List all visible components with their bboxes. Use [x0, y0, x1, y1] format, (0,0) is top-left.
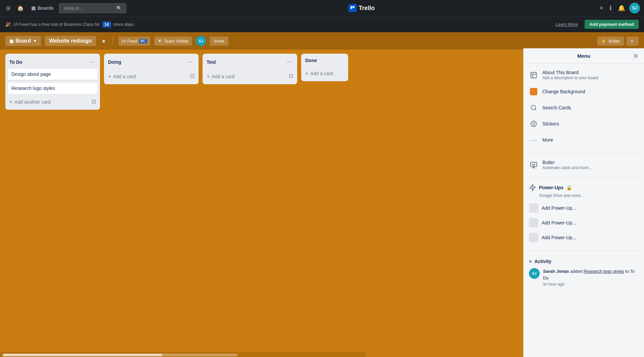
template-icon: ⊡: [289, 73, 293, 79]
about-text: About This Board Add a description to yo…: [542, 70, 639, 80]
card-design-about-page[interactable]: Design about page: [8, 69, 97, 80]
member-initials: SJ: [199, 39, 203, 43]
visibility-label: Team Visible: [164, 39, 189, 44]
activity-text-0: Sarah Jonas added Research logo styles t…: [543, 268, 639, 281]
trial-emoji: 🎉: [5, 22, 11, 27]
notifications-button[interactable]: 🔔: [616, 2, 627, 14]
template-icon: ⊡: [190, 73, 195, 79]
boards-nav-item[interactable]: ▦ Boards: [29, 4, 56, 12]
user-avatar-button[interactable]: SJ: [629, 3, 640, 13]
menu-toggle-button[interactable]: ≡: [627, 37, 639, 46]
list-menu-button-test[interactable]: ···: [284, 58, 293, 66]
horizontal-scrollbar[interactable]: [3, 354, 237, 356]
plus-icon: +: [108, 73, 111, 80]
menu-item-more[interactable]: ··· More: [524, 132, 644, 148]
menu-header: Menu ✕: [524, 48, 644, 64]
menu-item-change-background[interactable]: Change Background: [524, 84, 644, 100]
activity-user-0: Sarah Jonas: [543, 269, 569, 274]
search-cards-icon: [529, 103, 538, 112]
about-subtitle: Add a description to your board: [542, 75, 639, 80]
template-button-doing[interactable]: ⊡: [189, 71, 196, 81]
member-avatar[interactable]: SJ: [196, 36, 206, 46]
menu-item-about[interactable]: About This Board Add a description to yo…: [524, 66, 644, 84]
template-button-todo[interactable]: ⊡: [90, 97, 97, 106]
add-card-label: Add a card: [310, 71, 333, 76]
butler-label: Butler: [608, 39, 620, 44]
main-area: To Do ··· Design about page Research log…: [0, 50, 644, 357]
star-button[interactable]: ★: [100, 37, 107, 46]
add-card-button-test[interactable]: + Add a card: [205, 71, 287, 82]
workspace-button[interactable]: UI Feed BC: [118, 37, 150, 46]
home-button[interactable]: 🏠: [15, 3, 26, 13]
add-card-area-todo: + Add another card ⊡: [8, 96, 97, 107]
add-card-label: Add a card: [212, 74, 234, 79]
list-cards-todo: Design about page Research logo styles: [8, 69, 97, 94]
invite-button[interactable]: Invite: [210, 37, 228, 46]
menu-divider-3: [529, 250, 639, 251]
svg-point-9: [534, 123, 535, 123]
jump-to-input[interactable]: Jump to... 🔍: [59, 3, 126, 13]
add-button[interactable]: +: [597, 2, 605, 14]
grid-icon: ⊞: [6, 5, 10, 11]
add-powerup-label-2: Add Power-Up...: [542, 220, 576, 225]
butler-menu-icon: [529, 160, 538, 170]
board-prefix-label: Board: [15, 38, 31, 44]
add-card-button-done[interactable]: + Add a card: [304, 68, 345, 79]
menu-item-stickers[interactable]: Stickers: [524, 116, 644, 132]
more-title: More: [542, 137, 639, 143]
plus-icon: +: [9, 99, 12, 105]
about-icon: [529, 70, 538, 80]
search-cards-title: Search Cards: [542, 105, 639, 110]
board-area: To Do ··· Design about page Research log…: [0, 50, 366, 357]
add-payment-button[interactable]: Add payment method: [585, 20, 639, 29]
list-menu-button-doing[interactable]: ···: [185, 58, 195, 66]
list-menu-button-todo[interactable]: ···: [87, 58, 96, 66]
avatar-initials: SJ: [632, 6, 637, 10]
boards-icon: ▦: [31, 5, 36, 11]
trello-logo-svg: [350, 6, 355, 10]
stickers-text: Stickers: [542, 121, 639, 126]
card-text: Design about page: [11, 71, 51, 77]
about-title: About This Board: [542, 70, 639, 75]
trial-text-after: more days.: [113, 22, 135, 27]
more-text: More: [542, 137, 639, 143]
list-title-done: Done: [305, 58, 317, 63]
add-powerup-item-3[interactable]: Add Power-Up...: [529, 230, 639, 245]
add-card-button-doing[interactable]: + Add a card: [107, 71, 189, 82]
bell-icon: 🔔: [618, 4, 625, 12]
grid-menu-button[interactable]: ⊞: [4, 3, 12, 13]
add-powerup-item-1[interactable]: Add Power-Up...: [529, 201, 639, 215]
learn-more-link[interactable]: Learn More: [556, 22, 578, 27]
power-ups-title: Power-Ups: [539, 185, 564, 190]
svg-point-11: [532, 164, 533, 165]
activity-title: Activity: [534, 259, 551, 264]
butler-button[interactable]: ⚡ Butler: [597, 37, 624, 46]
trello-brand: Trello: [348, 4, 375, 12]
activity-avatar-initials: SJ: [532, 271, 536, 275]
list-todo: To Do ··· Design about page Research log…: [5, 54, 100, 110]
svg-point-8: [532, 123, 533, 123]
bc-badge: BC: [139, 39, 147, 43]
chevron-down-icon: ▼: [33, 39, 37, 43]
activity-content-0: Sarah Jonas added Research logo styles t…: [543, 268, 639, 287]
menu-panel: Menu ✕ About This Board Add a descriptio…: [523, 48, 644, 357]
trello-wordmark: Trello: [359, 5, 375, 12]
menu-divider-1: [529, 153, 639, 154]
add-card-button-todo[interactable]: + Add another card: [8, 97, 90, 107]
list-test: Test ··· + Add a card ⊡: [203, 54, 297, 84]
activity-card-link-0[interactable]: Research logo styles: [584, 269, 624, 274]
add-powerup-item-2[interactable]: Add Power-Up...: [529, 215, 639, 230]
menu-item-butler[interactable]: Butler Automate cards and more...: [524, 156, 644, 173]
info-button[interactable]: ℹ: [607, 2, 614, 14]
visibility-button[interactable]: 👁 Team Visible: [154, 37, 192, 46]
menu-item-search-cards[interactable]: Search Cards: [524, 100, 644, 116]
board-dropdown-button[interactable]: ▦ Board ▼: [5, 36, 41, 46]
search-cards-text: Search Cards: [542, 105, 639, 110]
list-header-doing: Doing ···: [107, 56, 196, 69]
menu-close-button[interactable]: ✕: [632, 51, 640, 61]
boards-label: Boards: [38, 5, 54, 11]
card-research-logo-styles[interactable]: Research logo styles: [8, 83, 97, 94]
activity-avatar-0: SJ: [529, 268, 540, 279]
board-title-button[interactable]: Website redisign: [45, 36, 96, 46]
template-button-test[interactable]: ⊡: [287, 71, 294, 81]
